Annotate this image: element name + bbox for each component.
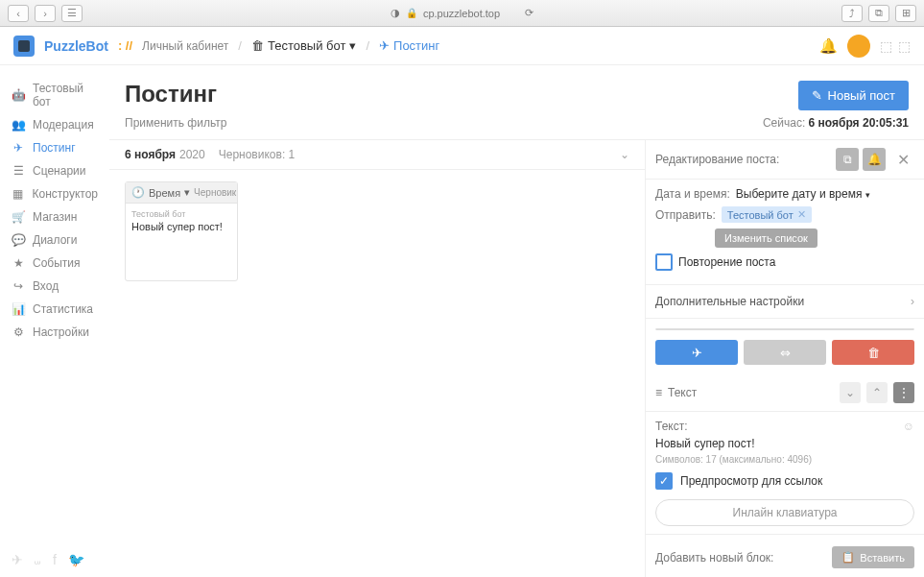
blocks-icon: ▦	[12, 187, 25, 201]
close-editor-button[interactable]: ✕	[891, 151, 914, 169]
address-bar[interactable]: ◑ 🔒 cp.puzzlebot.top ⟳	[88, 7, 836, 19]
notify-button[interactable]: 🔔	[863, 148, 886, 171]
gear-icon: ⚙	[12, 325, 25, 339]
sidebar-item-shop[interactable]: 🛒Магазин	[0, 205, 109, 228]
repeat-checkbox[interactable]	[655, 253, 673, 271]
brand-sep: : //	[118, 38, 132, 53]
trash-icon: 🗑	[867, 346, 880, 360]
new-post-button[interactable]: ✎ Новый пост	[798, 81, 909, 110]
twitter-icon[interactable]: 🐦	[68, 552, 84, 567]
block-up-button[interactable]: ⌃	[866, 382, 888, 403]
link-action-button[interactable]: ⇔	[744, 340, 826, 365]
chevron-down-icon: ▾	[349, 38, 356, 53]
post-card[interactable]: 🕐 Время ▾ Черновик Тестовый бот Новый су…	[125, 181, 238, 281]
datetime-picker[interactable]: Выберите дату и время ▾	[736, 187, 870, 201]
copy-icon[interactable]: ⧉	[868, 5, 889, 22]
forward-button[interactable]: ›	[35, 5, 56, 22]
card-time: Время	[149, 187, 180, 199]
sidebar-item-events[interactable]: ★События	[0, 252, 109, 275]
paste-icon: 📋	[841, 551, 855, 564]
login-icon: ↪	[12, 279, 25, 293]
day-year: 2020	[179, 148, 205, 161]
vk-icon[interactable]: ⩊	[35, 552, 41, 567]
share-icon[interactable]: ⤴	[841, 5, 863, 22]
crumb-bot-dropdown[interactable]: 🗑 Тестовый бот ▾	[251, 38, 356, 53]
repeat-label: Повторение поста	[678, 255, 775, 269]
preview-checkbox[interactable]: ✓	[655, 472, 673, 490]
shield-icon: ◑	[391, 7, 400, 19]
text-value[interactable]: Новый супер пост!	[655, 437, 914, 450]
advanced-settings-toggle[interactable]: Дополнительные настройки ›	[646, 285, 924, 319]
notifications-icon[interactable]: 🔔	[819, 37, 838, 55]
segment-plan[interactable]: Запланировать	[656, 329, 785, 330]
inline-keyboard-button[interactable]: Инлайн клавиатура	[655, 499, 914, 526]
block-down-button[interactable]: ⌄	[840, 382, 861, 403]
card-text: Новый супер пост!	[131, 221, 231, 232]
block-menu-button[interactable]: ⋮	[893, 382, 914, 403]
sidebar-item-dialogs[interactable]: 💬Диалоги	[0, 228, 109, 252]
change-list-button[interactable]: Изменить список	[715, 228, 817, 248]
chevron-down-icon: ⌄	[620, 148, 629, 161]
telegram-icon[interactable]: ✈	[12, 552, 23, 567]
sidebar-item-stats[interactable]: 📊Статистика	[0, 298, 109, 321]
post-card-header[interactable]: 🕐 Время ▾ Черновик	[126, 182, 237, 204]
char-counter: Символов: 17 (максимально: 4096)	[655, 454, 914, 465]
box-icon: 🗑	[251, 38, 264, 53]
url-text: cp.puzzlebot.top	[423, 8, 500, 19]
star-icon: ★	[12, 256, 25, 270]
text-label: Текст:	[655, 420, 688, 433]
send-icon: ✈	[379, 38, 390, 53]
back-button[interactable]: ‹	[8, 5, 29, 22]
list-icon: ☰	[12, 164, 25, 178]
link-icon: ⇔	[780, 346, 791, 360]
browser-chrome: ‹ › ☰ ◑ 🔒 cp.puzzlebot.top ⟳ ⤴ ⧉ ⊞	[0, 0, 924, 27]
preview-label: Предпросмотр для ссылок	[680, 474, 822, 488]
chat-icon: 💬	[12, 233, 25, 247]
page-title: Постинг	[125, 81, 217, 108]
delete-action-button[interactable]: 🗑	[832, 340, 914, 365]
sidebar-item-testbot[interactable]: 🤖Тестовый бот	[0, 77, 109, 113]
chevron-down-icon: ▾	[184, 186, 190, 199]
reload-icon[interactable]: ⟳	[525, 7, 533, 19]
tabs-icon[interactable]: ⊞	[895, 5, 916, 22]
chevron-down-icon: ▾	[865, 190, 870, 200]
crumb-sep: /	[366, 38, 369, 53]
emoji-icon[interactable]: ☺	[903, 420, 914, 433]
users-icon: 👥	[12, 118, 25, 132]
segment-draft[interactable]: Черновик	[785, 329, 913, 330]
sidebar-item-settings[interactable]: ⚙Настройки	[0, 321, 109, 344]
crumb-page: ✈ Постинг	[379, 38, 439, 53]
sidebar-button[interactable]: ☰	[61, 5, 83, 22]
clock-display: Сейчас: 6 ноября 20:05:31	[763, 116, 909, 130]
editor-title: Редактирование поста:	[655, 153, 779, 166]
avatar[interactable]	[847, 35, 870, 58]
crumb-sep: /	[238, 38, 242, 53]
day-group-header[interactable]: 6 ноября 2020 Черновиков: 1 ⌄	[109, 140, 645, 170]
sidebar-item-moderation[interactable]: 👥Модерация	[0, 113, 109, 136]
status-segment: Запланировать Черновик	[655, 328, 914, 330]
sidebar-item-posting[interactable]: ✈Постинг	[0, 136, 109, 159]
recipient-chip[interactable]: Тестовый бот✕	[722, 206, 812, 223]
apply-filter-link[interactable]: Применить фильтр	[125, 116, 226, 130]
crumb-cabinet[interactable]: Личный кабинет	[142, 39, 228, 53]
remove-chip-icon[interactable]: ✕	[797, 208, 806, 221]
editor-panel: Редактирование поста: ⧉ 🔔 ✕ Дата и время…	[645, 139, 924, 577]
user-icons[interactable]: ⬚⬚	[880, 38, 911, 54]
sidebar-item-scenarios[interactable]: ☰Сценарии	[0, 159, 109, 182]
sidebar-item-login[interactable]: ↪Вход	[0, 275, 109, 298]
app-logo[interactable]	[13, 36, 35, 57]
send-action-button[interactable]: ✈	[655, 340, 738, 365]
bot-icon: 🤖	[12, 88, 25, 102]
drafts-count: Черновиков: 1	[219, 148, 296, 161]
card-bot-name: Тестовый бот	[131, 209, 231, 219]
send-icon: ✈	[692, 346, 702, 360]
app-header: PuzzleBot : // Личный кабинет / 🗑 Тестов…	[0, 27, 924, 65]
brand-name[interactable]: PuzzleBot	[44, 38, 108, 54]
insert-button[interactable]: 📋 Вставить	[832, 546, 914, 568]
copy-post-button[interactable]: ⧉	[836, 148, 859, 171]
card-status: Черновик	[194, 187, 236, 198]
send-icon: ✈	[12, 141, 25, 155]
sidebar-item-constructor[interactable]: ▦Конструктор	[0, 182, 109, 205]
pencil-icon: ✎	[812, 88, 822, 103]
facebook-icon[interactable]: f	[53, 552, 57, 567]
